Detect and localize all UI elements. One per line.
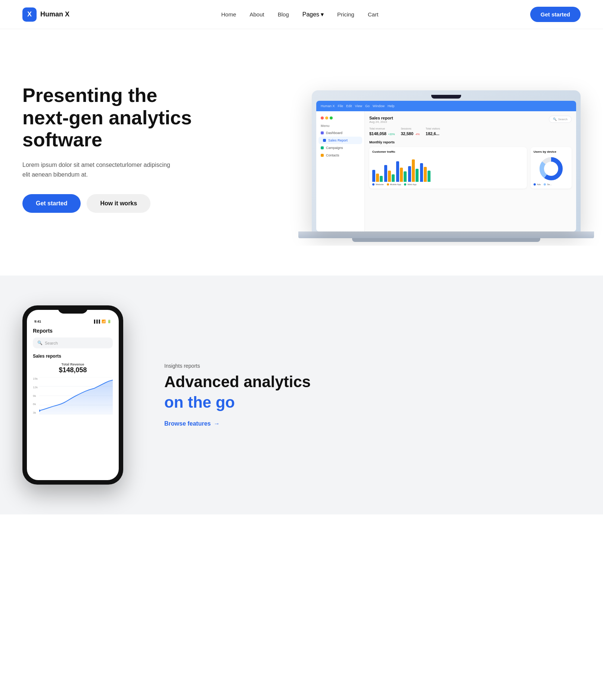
hero-cta-secondary[interactable]: How it works bbox=[87, 194, 150, 213]
nav-cart[interactable]: Cart bbox=[368, 11, 378, 18]
section2-title-line2: on the go bbox=[164, 393, 581, 411]
laptop-mockup: Human X File Edit View Go Window Help bbox=[312, 90, 581, 242]
signal-icon: ▐▐▐ bbox=[93, 320, 100, 323]
sidebar-label-contacts: Contacts bbox=[326, 153, 339, 157]
charts-row: Customer traffic bbox=[369, 147, 572, 189]
salesreport-icon bbox=[323, 139, 326, 142]
arrow-right-icon: → bbox=[214, 420, 220, 427]
section2: 9:41 ▐▐▐ 📶 🔋 Reports 🔍 Search Sales repo… bbox=[0, 276, 603, 514]
screen-topbar-edit: Edit bbox=[346, 104, 352, 108]
legend-website: Website bbox=[376, 183, 384, 186]
section2-title-line1: Advanced analytics bbox=[164, 373, 581, 391]
laptop-base bbox=[298, 231, 594, 238]
legend-ads: Ads bbox=[537, 183, 541, 186]
navbar: X Human X Home About Blog Pages ▾ Pricin… bbox=[0, 0, 603, 29]
hero-content: Presenting the next-gen analytics softwa… bbox=[22, 84, 202, 213]
phone-section-title: Sales reports bbox=[33, 354, 113, 359]
screen-main: Sales report Aug 24, 2022 🔍 Search bbox=[365, 111, 576, 231]
legend-mobileapp: Mobile App bbox=[390, 183, 401, 186]
screen-main-header: Sales report Aug 24, 2022 🔍 Search bbox=[369, 116, 572, 124]
line-chart-svg bbox=[39, 377, 113, 414]
logo[interactable]: X Human X bbox=[22, 7, 69, 22]
chart2-title: Users by device bbox=[534, 150, 569, 153]
nav-cta-button[interactable]: Get started bbox=[530, 7, 581, 22]
stat-sessions-label: Sessions bbox=[401, 127, 420, 130]
legend-webapp: Web App bbox=[407, 183, 416, 186]
screen-topbar-view: View bbox=[355, 104, 362, 108]
donut-chart bbox=[534, 156, 569, 182]
stat-sessions-change: -4% bbox=[415, 133, 420, 136]
bar-chart bbox=[372, 156, 524, 182]
screen-topbar-brand: Human X bbox=[321, 104, 335, 108]
report-title: Sales report bbox=[369, 116, 393, 120]
stat-revenue-value: $148,058 bbox=[369, 131, 386, 136]
chevron-down-icon: ▾ bbox=[321, 11, 324, 18]
stat-revenue-change: +20% bbox=[388, 133, 395, 136]
chart2-legend: Ads Se... bbox=[534, 183, 569, 186]
nav-about[interactable]: About bbox=[250, 11, 264, 18]
section2-label: Insights reports bbox=[164, 363, 581, 369]
logo-icon: X bbox=[22, 7, 37, 22]
wifi-icon: 📶 bbox=[102, 320, 106, 323]
stat-sessions: Sessions 32,580 -4% bbox=[401, 127, 420, 137]
chart-y-9k: 9k bbox=[33, 394, 38, 398]
brand-name: Human X bbox=[40, 10, 69, 18]
nav-home[interactable]: Home bbox=[221, 11, 236, 18]
legend-se: Se... bbox=[547, 183, 551, 186]
search-placeholder: Search bbox=[558, 118, 568, 121]
sidebar-item-campaigns[interactable]: Campaigns bbox=[316, 144, 364, 152]
phone-status-icons: ▐▐▐ 📶 🔋 bbox=[93, 320, 111, 323]
chart1-title: Customer traffic bbox=[372, 150, 524, 153]
phone-content: Reports 🔍 Search Sales reports Total Rev… bbox=[27, 323, 119, 419]
chart-y-6k: 6k bbox=[33, 402, 38, 406]
search-icon: 🔍 bbox=[553, 118, 557, 121]
hero-title: Presenting the next-gen analytics softwa… bbox=[22, 84, 202, 151]
stat-revenue-label: Total revenue bbox=[369, 127, 395, 130]
phone-stats: Total Revenue $148,058 bbox=[33, 363, 113, 374]
chart-y-12k: 12k bbox=[33, 386, 38, 389]
screen-topbar-window: Window bbox=[373, 104, 385, 108]
report-info: Sales report Aug 24, 2022 bbox=[369, 116, 393, 124]
laptop-camera bbox=[431, 95, 461, 99]
monthly-label: Monthly reports bbox=[369, 140, 572, 144]
phone-search-placeholder: Search bbox=[45, 341, 58, 345]
sidebar-item-dashboard[interactable]: Dashboard bbox=[316, 129, 364, 137]
screen-sidebar: Menu Dashboard Sales Report bbox=[316, 111, 365, 231]
phone-chart: 15k 12k 9k 6k 3k bbox=[33, 377, 113, 414]
browse-features-link[interactable]: Browse features → bbox=[164, 420, 220, 427]
phone-time: 9:41 bbox=[34, 320, 41, 323]
nav-links: Home About Blog Pages ▾ Pricing Cart bbox=[221, 11, 378, 18]
sidebar-label-campaigns: Campaigns bbox=[326, 146, 343, 150]
hero-cta-primary[interactable]: Get started bbox=[22, 194, 81, 213]
phone-stat-value: $148,058 bbox=[33, 366, 113, 374]
phone-search[interactable]: 🔍 Search bbox=[33, 337, 113, 348]
phone-statusbar: 9:41 ▐▐▐ 📶 🔋 bbox=[27, 318, 119, 323]
screen-topbar-help: Help bbox=[388, 104, 395, 108]
screen-search[interactable]: 🔍 Search bbox=[549, 116, 572, 123]
phone-stat-label: Total Revenue bbox=[33, 363, 113, 366]
campaigns-icon bbox=[321, 146, 324, 149]
sidebar-item-salesreport[interactable]: Sales Report bbox=[318, 137, 362, 144]
customer-traffic-chart: Customer traffic bbox=[369, 147, 527, 189]
contacts-icon bbox=[321, 154, 324, 157]
spacer bbox=[0, 246, 603, 276]
phone-notch bbox=[58, 305, 88, 314]
nav-blog[interactable]: Blog bbox=[278, 11, 289, 18]
sidebar-menu-label: Menu bbox=[316, 122, 364, 129]
sidebar-label-salesreport: Sales Report bbox=[328, 139, 348, 142]
sidebar-item-contacts[interactable]: Contacts bbox=[316, 152, 364, 159]
laptop-screen: Human X File Edit View Go Window Help bbox=[316, 101, 576, 231]
stats-row: Total revenue $148,058 +20% Sessions 32,… bbox=[369, 127, 572, 137]
browse-features-label: Browse features bbox=[164, 420, 211, 427]
screen-topbar: Human X File Edit View Go Window Help bbox=[316, 101, 576, 111]
stat-visitors: Total visitors 182,6... bbox=[426, 127, 440, 137]
logo-letter: X bbox=[27, 10, 32, 18]
laptop-body: Human X File Edit View Go Window Help bbox=[312, 90, 581, 231]
nav-pages-dropdown[interactable]: Pages ▾ bbox=[302, 11, 324, 18]
nav-pricing[interactable]: Pricing bbox=[337, 11, 354, 18]
phone-search-icon: 🔍 bbox=[37, 340, 43, 345]
hero-actions: Get started How it works bbox=[22, 194, 202, 213]
chart-y-3k: 3k bbox=[33, 411, 38, 414]
phone-header: Reports bbox=[33, 328, 113, 334]
phone-screen: 9:41 ▐▐▐ 📶 🔋 Reports 🔍 Search Sales repo… bbox=[27, 310, 119, 480]
